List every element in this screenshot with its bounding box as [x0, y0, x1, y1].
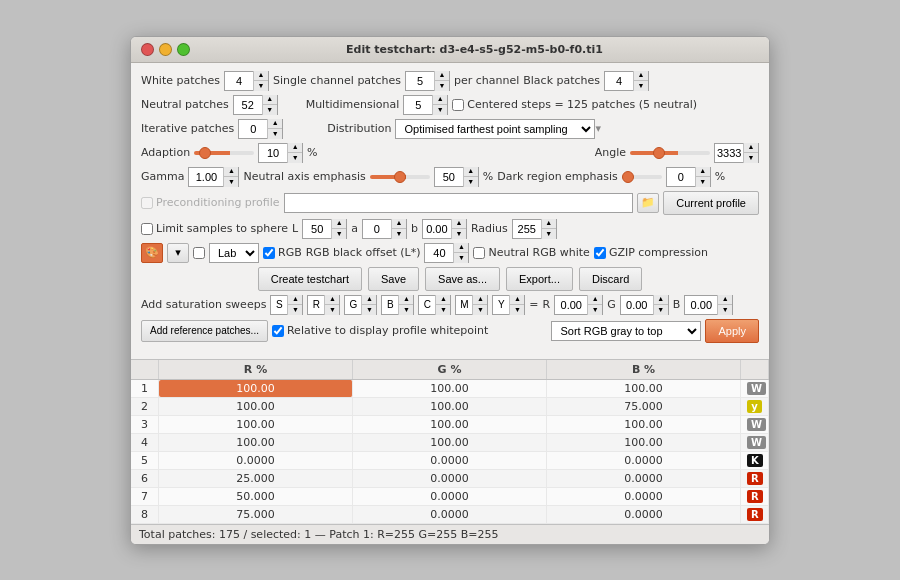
rgb-checkbox-wrap[interactable]: RGB — [263, 246, 302, 259]
g-eq-input[interactable] — [621, 299, 653, 311]
sat-s-down[interactable]: ▼ — [288, 305, 302, 315]
table-row[interactable]: 750.0000.00000.0000R — [131, 488, 769, 506]
black-patches-input[interactable] — [605, 75, 633, 87]
dark-region-down[interactable]: ▼ — [696, 177, 710, 187]
discard-button[interactable]: Discard — [579, 267, 642, 291]
export-button[interactable]: Export... — [506, 267, 573, 291]
lab-checkbox-wrap[interactable] — [193, 247, 205, 259]
palette-icon[interactable]: 🎨 — [141, 243, 163, 263]
angle-up[interactable]: ▲ — [744, 143, 758, 153]
r-eq-spinbox[interactable]: ▲ ▼ — [554, 295, 603, 315]
sat-y-down[interactable]: ▼ — [510, 305, 524, 315]
gamma-up[interactable]: ▲ — [224, 167, 238, 177]
b-eq-up[interactable]: ▲ — [718, 295, 732, 305]
sort-dropdown[interactable]: Sort RGB gray to top — [551, 321, 701, 341]
a-spinbox[interactable]: ▲ ▼ — [362, 219, 407, 239]
distribution-dropdown[interactable]: Optimised farthest point sampling — [395, 119, 595, 139]
sat-s-spinbox[interactable]: ▲ ▼ — [270, 295, 303, 315]
dark-region-slider[interactable] — [622, 175, 662, 179]
adaption-up[interactable]: ▲ — [288, 143, 302, 153]
apply-button[interactable]: Apply — [705, 319, 759, 343]
lab-checkbox[interactable] — [193, 247, 205, 259]
white-patches-spinbox[interactable]: ▲ ▼ — [224, 71, 269, 91]
neutral-axis-up[interactable]: ▲ — [464, 167, 478, 177]
b-eq-spinbox[interactable]: ▲ ▼ — [684, 295, 733, 315]
minimize-button[interactable] — [159, 43, 172, 56]
gzip-wrap[interactable]: GZIP compression — [594, 246, 708, 259]
folder-icon[interactable]: 📁 — [637, 193, 659, 213]
adaption-spinbox[interactable]: ▲ ▼ — [258, 143, 303, 163]
table-row[interactable]: 3100.00100.00100.00W — [131, 416, 769, 434]
neutral-axis-slider[interactable] — [370, 175, 430, 179]
adaption-down[interactable]: ▼ — [288, 153, 302, 163]
rgb-black-input[interactable] — [425, 247, 453, 259]
close-button[interactable] — [141, 43, 154, 56]
neutral-patches-input[interactable] — [234, 99, 262, 111]
adaption-slider-container[interactable] — [194, 151, 254, 155]
rgb-black-spinbox[interactable]: ▲ ▼ — [424, 243, 469, 263]
r-eq-input[interactable] — [555, 299, 587, 311]
dark-region-up[interactable]: ▲ — [696, 167, 710, 177]
sat-s-up[interactable]: ▲ — [288, 295, 302, 305]
gamma-down[interactable]: ▼ — [224, 177, 238, 187]
add-reference-button[interactable]: Add reference patches... — [141, 320, 268, 342]
black-patches-up[interactable]: ▲ — [634, 71, 648, 81]
current-profile-button[interactable]: Current profile — [663, 191, 759, 215]
table-row[interactable]: 625.0000.00000.0000R — [131, 470, 769, 488]
l-down[interactable]: ▼ — [332, 229, 346, 239]
black-patches-spinbox[interactable]: ▲ ▼ — [604, 71, 649, 91]
b-spinbox[interactable]: ▲ ▼ — [422, 219, 467, 239]
angle-spinbox[interactable]: ▲ ▼ — [714, 143, 759, 163]
sat-c-spinbox[interactable]: ▲ ▼ — [418, 295, 451, 315]
multidimensional-up[interactable]: ▲ — [433, 95, 447, 105]
sat-g-up[interactable]: ▲ — [362, 295, 376, 305]
preconditioning-checkbox-wrap[interactable]: Preconditioning profile — [141, 196, 280, 209]
create-testchart-button[interactable]: Create testchart — [258, 267, 362, 291]
neutral-rgb-wrap[interactable]: Neutral RGB white — [473, 246, 589, 259]
adaption-input[interactable] — [259, 147, 287, 159]
dark-region-input[interactable] — [667, 171, 695, 183]
sat-c-input[interactable] — [419, 299, 435, 310]
sat-r-input[interactable] — [308, 299, 324, 310]
sat-y-up[interactable]: ▲ — [510, 295, 524, 305]
dark-region-spinbox[interactable]: ▲ ▼ — [666, 167, 711, 187]
sat-m-down[interactable]: ▼ — [473, 305, 487, 315]
centered-checkbox[interactable] — [452, 99, 464, 111]
neutral-patches-spinbox[interactable]: ▲ ▼ — [233, 95, 278, 115]
b-eq-input[interactable] — [685, 299, 717, 311]
neutral-axis-input[interactable] — [435, 171, 463, 183]
maximize-button[interactable] — [177, 43, 190, 56]
sat-r-spinbox[interactable]: ▲ ▼ — [307, 295, 340, 315]
g-eq-down[interactable]: ▼ — [654, 305, 668, 315]
sat-b-spinbox[interactable]: ▲ ▼ — [381, 295, 414, 315]
sat-b-up[interactable]: ▲ — [399, 295, 413, 305]
radius-down[interactable]: ▼ — [542, 229, 556, 239]
centered-checkbox-wrap[interactable]: Centered steps = 125 patches (5 neutral) — [452, 98, 697, 111]
window-controls[interactable] — [141, 43, 190, 56]
b-eq-down[interactable]: ▼ — [718, 305, 732, 315]
rgb-black-down[interactable]: ▼ — [454, 253, 468, 263]
iterative-patches-down[interactable]: ▼ — [268, 129, 282, 139]
l-up[interactable]: ▲ — [332, 219, 346, 229]
g-eq-up[interactable]: ▲ — [654, 295, 668, 305]
a-down[interactable]: ▼ — [392, 229, 406, 239]
neutral-patches-up[interactable]: ▲ — [263, 95, 277, 105]
single-channel-spinbox[interactable]: ▲ ▼ — [405, 71, 450, 91]
sat-b-input[interactable] — [382, 299, 398, 310]
rgb-checkbox[interactable] — [263, 247, 275, 259]
relative-checkbox-wrap[interactable]: Relative to display profile whitepoint — [272, 324, 488, 337]
sat-m-up[interactable]: ▲ — [473, 295, 487, 305]
sat-m-input[interactable] — [456, 299, 472, 310]
table-row[interactable]: 875.0000.00000.0000R — [131, 506, 769, 524]
white-patches-down[interactable]: ▼ — [254, 81, 268, 91]
neutral-axis-slider-container[interactable] — [370, 175, 430, 179]
save-as-button[interactable]: Save as... — [425, 267, 500, 291]
preconditioning-input[interactable] — [284, 193, 634, 213]
limit-samples-checkbox-wrap[interactable]: Limit samples to sphere — [141, 222, 288, 235]
rgb-black-up[interactable]: ▲ — [454, 243, 468, 253]
iterative-patches-input[interactable] — [239, 123, 267, 135]
radius-up[interactable]: ▲ — [542, 219, 556, 229]
single-channel-down[interactable]: ▼ — [435, 81, 449, 91]
neutral-rgb-checkbox[interactable] — [473, 247, 485, 259]
angle-down[interactable]: ▼ — [744, 153, 758, 163]
